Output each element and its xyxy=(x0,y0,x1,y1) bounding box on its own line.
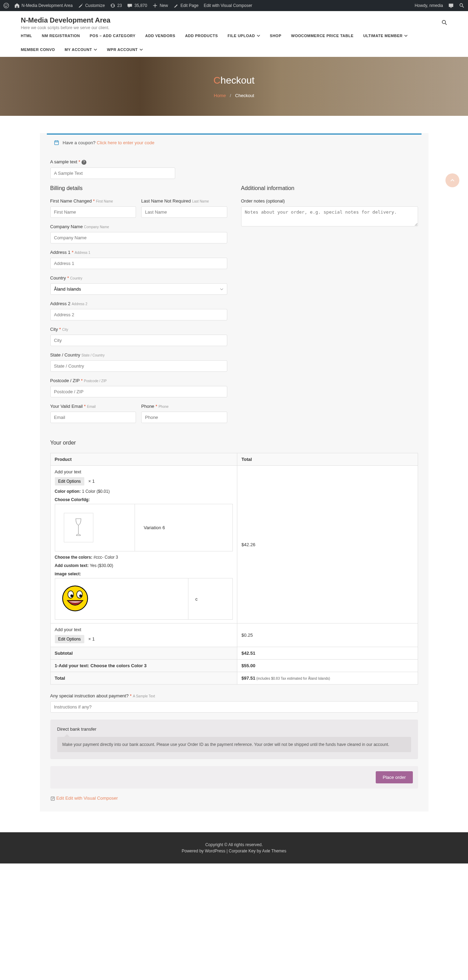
svg-point-7 xyxy=(68,591,73,598)
city-label: City * City xyxy=(50,327,227,332)
company-input[interactable] xyxy=(50,232,227,243)
svg-point-10 xyxy=(79,594,82,597)
order-row-2: Add your text Edit Options × 1 $0.25 xyxy=(50,624,418,647)
nav-item-html[interactable]: HTML xyxy=(21,33,32,38)
edit-vc-link-row: Edit Edit with Visual Composer xyxy=(50,795,418,801)
edit-vc-link[interactable]: Edit with Visual Composer xyxy=(204,3,252,8)
postcode-input[interactable] xyxy=(50,386,227,398)
chevron-up-icon xyxy=(450,178,455,183)
city-input[interactable] xyxy=(50,335,227,346)
screen-icon[interactable] xyxy=(448,3,454,8)
customize-link[interactable]: Customize xyxy=(78,3,105,8)
nav-item-price-table[interactable]: WOOCOMMERCE PRICE TABLE xyxy=(291,33,353,38)
nav-item-nm-registration[interactable]: NM REGISTRATION xyxy=(42,33,80,38)
chevron-down-icon xyxy=(257,34,260,37)
nav-item-ultimate-member[interactable]: ULTIMATE MEMBER xyxy=(363,33,408,38)
wine-glass-image xyxy=(64,513,93,542)
search-icon[interactable] xyxy=(442,20,447,26)
svg-point-4 xyxy=(443,21,446,24)
item2-total: $0.25 xyxy=(237,624,418,647)
order-table: Product Total Add your text Edit Options… xyxy=(50,453,418,684)
nav-item-wpr-account[interactable]: WPR ACCOUNT xyxy=(107,48,143,52)
site-title[interactable]: N-Media Development Area xyxy=(21,16,110,24)
breadcrumb-home[interactable]: Home xyxy=(214,93,226,98)
nav-item-shop[interactable]: SHOP xyxy=(270,33,281,38)
image-select-val: c xyxy=(188,578,232,620)
wp-admin-bar: N-Media Development Area Customize 23 35… xyxy=(0,0,468,11)
site-tagline: Here we cook scripts before we serve our… xyxy=(21,25,110,30)
svg-point-8 xyxy=(77,591,83,598)
main-nav: HTML NM REGISTRATION POS – ADD CATEGORY … xyxy=(0,30,468,57)
instruction-input[interactable] xyxy=(50,701,418,713)
variation-label: Variation 6 xyxy=(135,504,233,551)
nav-item-vendors[interactable]: ADD VENDORS xyxy=(145,33,175,38)
image-select-table: c xyxy=(55,578,233,620)
product-name: Add your text xyxy=(55,469,233,474)
place-order-button[interactable]: Place order xyxy=(376,771,412,783)
site-name-link[interactable]: N-Media Development Area xyxy=(14,3,73,8)
svg-point-9 xyxy=(70,594,73,597)
chevron-down-icon xyxy=(404,34,408,37)
order-notes-label: Order notes (optional) xyxy=(241,198,418,204)
payment-method-title: Direct bank transfer xyxy=(57,727,411,732)
nav-item-my-account[interactable]: MY ACCOUNT xyxy=(65,48,97,52)
order-row-1: Add your text Edit Options × 1 Color opt… xyxy=(50,466,418,624)
address2-input[interactable] xyxy=(50,309,227,320)
nav-item-products[interactable]: ADD PRODUCTS xyxy=(185,33,218,38)
wp-logo-icon[interactable] xyxy=(3,3,9,8)
edit-page-link[interactable]: Edit Page xyxy=(173,3,199,8)
sample-text-label: A sample text * ? xyxy=(50,159,418,165)
new-link[interactable]: New xyxy=(152,3,168,8)
payment-box: Direct bank transfer Make your payment d… xyxy=(50,719,418,759)
product-name: Add your text xyxy=(55,627,233,632)
country-select[interactable]: Åland Islands xyxy=(50,283,227,295)
sample-text-input[interactable] xyxy=(50,167,175,179)
help-icon[interactable]: ? xyxy=(81,160,86,165)
country-label: Country * Country xyxy=(50,275,227,280)
phone-label: Phone * Phone xyxy=(141,404,227,409)
svg-rect-1 xyxy=(449,3,454,7)
chevron-down-icon xyxy=(94,48,97,51)
first-name-input[interactable] xyxy=(50,206,136,218)
email-input[interactable] xyxy=(50,412,136,423)
svg-rect-5 xyxy=(54,141,58,145)
chevron-down-icon xyxy=(140,48,143,51)
search-admin-icon[interactable] xyxy=(459,3,465,8)
email-label: Your Valid Email * Email xyxy=(50,404,136,409)
additional-heading: Additional information xyxy=(241,185,418,191)
nav-item-pos[interactable]: POS – ADD CATEGORY xyxy=(90,33,136,38)
breadcrumb-current: Checkout xyxy=(235,93,254,98)
edit-vc-anchor[interactable]: Edit Edit with Visual Composer xyxy=(56,795,118,801)
breadcrumb: Home / Checkout xyxy=(214,93,254,98)
edit-options-button[interactable]: Edit Options xyxy=(55,635,84,643)
address1-input[interactable] xyxy=(50,258,227,269)
order-notes-textarea[interactable] xyxy=(241,206,418,226)
comments-link[interactable]: 35,870 xyxy=(127,3,147,8)
edit-options-button[interactable]: Edit Options xyxy=(55,477,84,485)
phone-input[interactable] xyxy=(141,412,227,423)
nav-item-member-convo[interactable]: MEMBER CONVO xyxy=(21,48,55,52)
address1-label: Address 1 * Address 1 xyxy=(50,250,227,255)
instruction-label: Any special instruction about payment? *… xyxy=(50,693,418,698)
coupon-link[interactable]: Click here to enter your code xyxy=(97,140,154,145)
subtotal-row: Subtotal $42.51 xyxy=(50,647,418,660)
coupon-text: Have a coupon? xyxy=(63,140,97,145)
nav-item-file-upload[interactable]: FILE UPLOAD xyxy=(228,33,260,38)
company-label: Company Name Company Name xyxy=(50,224,227,229)
state-label: State / Country State / Country xyxy=(50,352,227,358)
svg-point-6 xyxy=(62,586,88,611)
last-name-input[interactable] xyxy=(141,206,227,218)
site-header: N-Media Development Area Here we cook sc… xyxy=(0,11,468,30)
footer-credits: Powered by WordPress | Corporate Key by … xyxy=(0,849,468,853)
edit-icon xyxy=(50,796,55,801)
postcode-label: Postcode / ZIP * Postcode / ZIP xyxy=(50,378,227,383)
state-input[interactable] xyxy=(50,360,227,372)
calendar-icon xyxy=(54,140,59,145)
product-qty: × 1 xyxy=(89,636,95,641)
col-total: Total xyxy=(237,453,418,466)
smiley-icon xyxy=(62,585,88,611)
updates-link[interactable]: 23 xyxy=(110,3,122,8)
howdy-link[interactable]: Howdy, nmedia xyxy=(415,3,443,8)
first-name-label: First Name Changed * First Name xyxy=(50,198,136,204)
scroll-to-top-button[interactable] xyxy=(446,173,459,187)
